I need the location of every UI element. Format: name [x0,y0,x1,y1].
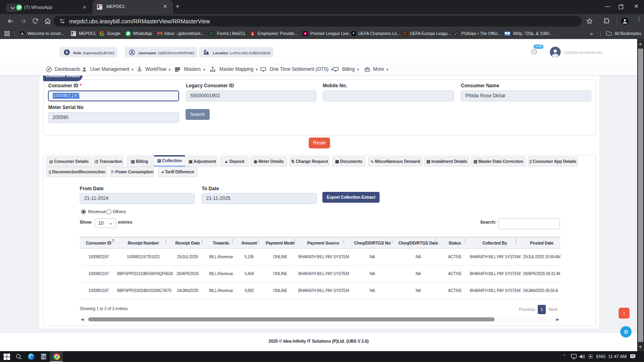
svg-text:A: A [21,32,24,36]
